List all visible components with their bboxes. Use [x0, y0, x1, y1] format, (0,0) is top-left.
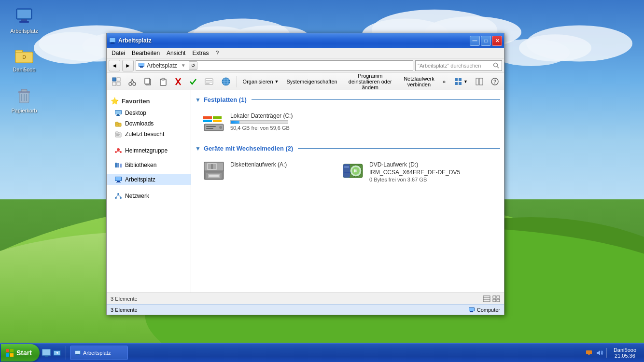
- arbeitsplatz-sidebar-label: Arbeitsplatz: [125, 176, 155, 183]
- view-status-icon2[interactable]: [492, 295, 500, 302]
- svg-rect-73: [479, 78, 483, 85]
- toolbar-copy-btn[interactable]: [140, 75, 155, 88]
- svg-rect-40: [139, 63, 144, 66]
- svg-rect-79: [116, 115, 120, 116]
- svg-rect-22: [21, 19, 27, 21]
- favoriten-star-icon: ⭐: [111, 97, 119, 105]
- toolbar-delete-btn[interactable]: [171, 75, 185, 88]
- svg-rect-139: [6, 349, 9, 352]
- desktop-sidebar-icon: [114, 110, 122, 116]
- svg-rect-70: [455, 82, 458, 85]
- toolbar-cut-btn[interactable]: [125, 75, 140, 88]
- systemeigenschaften-button[interactable]: Systemeigenschaften: [283, 75, 340, 88]
- svg-rect-106: [203, 120, 212, 122]
- minimize-button[interactable]: —: [470, 36, 480, 46]
- drive-c-icon: [202, 112, 225, 132]
- address-dropdown-icon[interactable]: ▼: [181, 63, 186, 68]
- sidebar-item-bibliotheken[interactable]: Bibliotheken: [107, 160, 191, 170]
- wechselmedien-header: ▼ Geräte mit Wechselmedien (2): [195, 145, 500, 152]
- more-button[interactable]: »: [439, 75, 449, 88]
- taskbar-computer-icon: [74, 350, 81, 356]
- toolbar: Organisieren ▼ Systemeigenschaften Progr…: [107, 73, 504, 90]
- view-status-icon1[interactable]: [483, 295, 490, 302]
- desktop-icon-papierkorb[interactable]: Papierkorb: [5, 84, 43, 116]
- toolbar-globe-btn[interactable]: [218, 75, 234, 88]
- sidebar: ⭐ Favoriten Desktop: [107, 90, 191, 292]
- menu-extras[interactable]: Extras: [189, 49, 211, 57]
- address-input[interactable]: Arbeitsplatz ▼ ↺: [136, 60, 413, 71]
- title-bar: Arbeitsplatz — □ ✕: [107, 33, 504, 48]
- organize-button[interactable]: Organisieren ▼: [239, 75, 282, 88]
- toolbar-props-btn[interactable]: [201, 75, 217, 88]
- sidebar-favoriten-header: ⭐ Favoriten: [107, 94, 191, 108]
- drive-d-info: DVD-Laufwerk (D:) IRM_CCSA_X64FRE_DE-DE_…: [369, 161, 470, 182]
- svg-rect-120: [209, 175, 219, 177]
- start-button[interactable]: Start: [1, 344, 40, 362]
- quicklaunch-icon2[interactable]: [52, 348, 62, 358]
- forward-button[interactable]: ►: [122, 60, 134, 71]
- search-box[interactable]: "Arbeitsplatz" durchsuchen: [415, 60, 502, 71]
- svg-text:?: ?: [493, 79, 496, 84]
- panes-button[interactable]: [472, 75, 487, 88]
- wechselmedien-label: Geräte mit Wechselmedien (2): [204, 145, 293, 152]
- svg-rect-142: [10, 353, 14, 357]
- status-bar-top: 3 Elemente: [107, 292, 504, 304]
- menu-bearbeiten[interactable]: Bearbeiten: [129, 49, 163, 57]
- tray-icon1[interactable]: [585, 349, 593, 356]
- netzlaufwerk-button[interactable]: Netzlaufwerk verbinden: [400, 75, 438, 88]
- drive-a-item[interactable]: Diskettenlaufwerk (A:): [199, 158, 334, 186]
- tray-volume-icon[interactable]: [596, 349, 603, 356]
- svg-rect-44: [112, 78, 116, 81]
- toolbar-paste-btn[interactable]: [156, 75, 170, 88]
- sidebar-item-netzwerk[interactable]: Netzwerk: [107, 191, 191, 201]
- menu-ansicht[interactable]: Ansicht: [164, 49, 188, 57]
- svg-rect-104: [203, 116, 212, 119]
- sidebar-item-zuletzt[interactable]: Zuletzt besucht: [107, 129, 191, 139]
- quicklaunch-icon1[interactable]: [42, 348, 51, 358]
- menu-datei[interactable]: Datei: [109, 49, 128, 57]
- dani5000-label: Dani5ooo: [13, 67, 35, 73]
- view-toggle-button[interactable]: ▼: [451, 75, 471, 88]
- svg-rect-111: [206, 126, 216, 127]
- taskbar-arbeitsplatz-btn[interactable]: Arbeitsplatz: [70, 346, 128, 360]
- drive-c-bar-container: [230, 120, 288, 124]
- svg-rect-141: [6, 353, 9, 357]
- svg-rect-138: [470, 311, 473, 312]
- copy-icon: [144, 77, 152, 86]
- drive-c-item[interactable]: Lokaler Datenträger (C:) 50,4 GB frei vo…: [199, 109, 334, 135]
- help-button[interactable]: ?: [488, 75, 502, 88]
- check-icon: [189, 77, 197, 86]
- sidebar-gap2: [107, 156, 191, 160]
- drive-d-item[interactable]: DVD-Laufwerk (D:) IRM_CCSA_X64FRE_DE-DE_…: [338, 158, 473, 186]
- desktop-icon-dani5000[interactable]: D Dani5ooo: [5, 43, 43, 75]
- svg-point-87: [117, 148, 120, 151]
- sidebar-item-heimnetzgruppe[interactable]: Heimnetzgruppe: [107, 145, 191, 156]
- menu-help[interactable]: ?: [212, 49, 222, 57]
- window-title: Arbeitsplatz: [118, 37, 468, 44]
- svg-rect-96: [115, 177, 121, 181]
- programm-deinstallieren-button[interactable]: Programm deinstallieren oder ändern: [342, 75, 399, 88]
- address-text: Arbeitsplatz: [147, 62, 177, 69]
- toolbar-view-btn[interactable]: [109, 75, 124, 88]
- sidebar-item-desktop[interactable]: Desktop: [107, 108, 191, 118]
- zuletzt-label: Zuletzt besucht: [125, 131, 164, 138]
- drive-c-info: Lokaler Datenträger (C:) 50,4 GB frei vo…: [230, 112, 331, 131]
- svg-rect-77: [115, 111, 121, 114]
- toolbar-check-btn[interactable]: [186, 75, 200, 88]
- sidebar-item-downloads[interactable]: ↓ Downloads: [107, 118, 191, 129]
- close-button[interactable]: ✕: [492, 36, 502, 46]
- svg-rect-112: [206, 128, 213, 129]
- start-windows-icon: [6, 349, 14, 357]
- desktop-icon-arbeitsplatz[interactable]: Arbeitsplatz: [5, 5, 43, 36]
- taskbar-items: Arbeitsplatz: [68, 346, 581, 360]
- status-bar-right: [483, 295, 500, 302]
- folder-icon: D: [14, 45, 34, 65]
- sidebar-item-arbeitsplatz[interactable]: Arbeitsplatz: [107, 174, 191, 185]
- refresh-button[interactable]: ↺: [189, 61, 197, 70]
- back-button[interactable]: ◄: [109, 60, 120, 71]
- user-name: Dani5ooo: [614, 347, 636, 353]
- maximize-button[interactable]: □: [481, 36, 491, 46]
- trash-icon: [14, 86, 34, 106]
- system-clock[interactable]: Dani5ooo 21:05:36: [610, 347, 640, 359]
- festplatten-header: ▼ Festplatten (1): [195, 96, 500, 103]
